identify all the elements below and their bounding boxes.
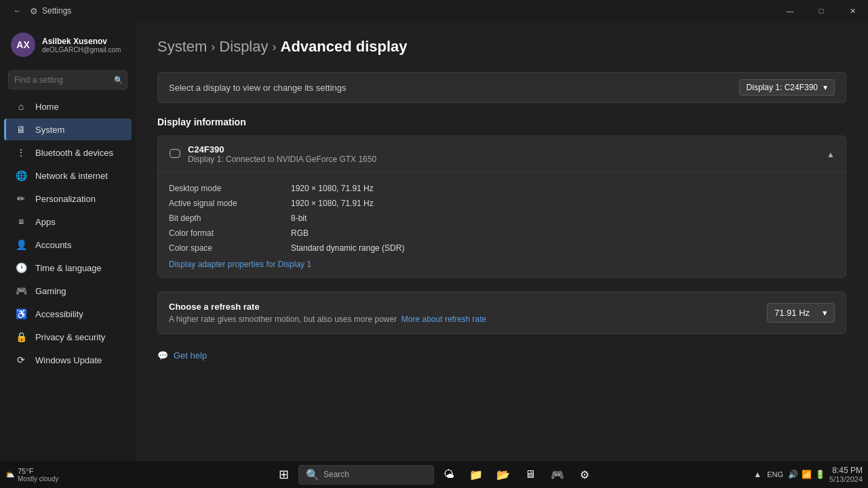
sidebar-item-privacy[interactable]: 🔒 Privacy & security <box>4 326 132 348</box>
taskbar-left: ⛅ 75°F Mostly cloudy <box>5 467 59 483</box>
sidebar-item-time-label: Time & language <box>35 263 102 273</box>
app-body: AX Asilbek Xusenov deOLGARCH@gmail.com 🔍… <box>0 22 868 488</box>
sidebar-item-system[interactable]: 🖥 System <box>4 119 132 140</box>
refresh-rate-dropdown[interactable]: 71.91 Hz ▾ <box>767 303 835 323</box>
tray-chevron[interactable]: ▲ <box>752 469 763 480</box>
sidebar-item-apps[interactable]: ≡ Apps <box>4 211 132 232</box>
clock[interactable]: 8:45 PM 5/13/2024 <box>829 466 863 483</box>
breadcrumb-separator-2: › <box>273 40 277 54</box>
refresh-rate-value: 71.91 Hz <box>774 308 810 318</box>
taskbar-explorer[interactable]: 📁 <box>464 462 488 487</box>
accessibility-icon: ♿ <box>15 308 27 320</box>
monitor-icon: 🖵 <box>169 147 181 161</box>
user-name: Asilbek Xusenov <box>42 37 121 46</box>
sidebar-item-bluetooth[interactable]: ⋮ Bluetooth & devices <box>4 142 132 163</box>
display-selector-bar: Select a display to view or change its s… <box>157 72 846 103</box>
taskbar-app3[interactable]: ⚙ <box>572 462 597 487</box>
sidebar-item-home[interactable]: ⌂ Home <box>4 96 132 117</box>
color-space-value: Standard dynamic range (SDR) <box>291 243 404 253</box>
color-space-label: Color space <box>169 243 291 253</box>
sidebar-item-windows-update-label: Windows Update <box>35 355 102 365</box>
user-profile: AX Asilbek Xusenov deOLGARCH@gmail.com <box>0 27 136 68</box>
taskbar-search-icon: 🔍 <box>306 468 319 481</box>
titlebar-title: Settings <box>42 6 71 16</box>
battery-icon[interactable]: 🔋 <box>814 469 825 480</box>
taskbar-app1[interactable]: 🖥 <box>518 462 542 487</box>
content-area: System › Display › Advanced display Sele… <box>136 22 868 488</box>
windows-update-icon: ⟳ <box>15 354 27 366</box>
signal-mode-value: 1920 × 1080, 71.91 Hz <box>291 199 374 208</box>
display-information-title: Display information <box>157 117 846 127</box>
refresh-rate-title: Choose a refresh rate <box>169 302 767 312</box>
sidebar-item-personalization[interactable]: ✏ Personalization <box>4 188 132 209</box>
info-card-header: 🖵 C24F390 Display 1: Connected to NVIDIA… <box>158 136 846 173</box>
sidebar-item-windows-update[interactable]: ⟳ Windows Update <box>4 349 132 371</box>
weather-widget[interactable]: ⛅ 75°F Mostly cloudy <box>5 467 59 483</box>
accounts-icon: 👤 <box>15 239 27 251</box>
network-tray-icon[interactable]: 📶 <box>801 469 812 480</box>
taskbar-right: ▲ ENG 🔊 📶 🔋 8:45 PM 5/13/2024 <box>752 466 863 483</box>
taskbar-widgets[interactable]: 🌤 <box>437 462 461 487</box>
window-controls: — □ ✕ <box>774 0 868 22</box>
time-icon: 🕐 <box>15 262 27 274</box>
bit-depth-value: 8-bit <box>291 214 307 223</box>
help-icon: 💬 <box>157 350 168 361</box>
sidebar-item-system-label: System <box>35 125 64 135</box>
refresh-rate-description: A higher rate gives smoother motion, but… <box>169 314 767 324</box>
taskbar-files[interactable]: 📂 <box>491 462 515 487</box>
sidebar-item-privacy-label: Privacy & security <box>35 332 105 342</box>
maximize-button[interactable]: □ <box>806 0 837 22</box>
close-button[interactable]: ✕ <box>837 0 868 22</box>
refresh-rate-link[interactable]: More about refresh rate <box>401 314 486 324</box>
taskbar-app2[interactable]: 🎮 <box>545 462 570 487</box>
sidebar-item-personalization-label: Personalization <box>35 194 96 204</box>
refresh-rate-dropdown-arrow: ▾ <box>823 308 827 318</box>
system-tray: ▲ ENG 🔊 📶 🔋 <box>752 469 825 480</box>
volume-icon[interactable]: 🔊 <box>787 469 798 480</box>
taskbar-search-label: Search <box>323 470 349 479</box>
sidebar-item-accounts-label: Accounts <box>35 240 71 250</box>
breadcrumb-display[interactable]: Display <box>219 38 268 56</box>
desktop-mode-label: Desktop mode <box>169 184 291 193</box>
personalization-icon: ✏ <box>15 192 27 205</box>
back-button[interactable]: ← <box>8 1 27 20</box>
start-icon: ⊞ <box>279 467 289 482</box>
gaming-icon: 🎮 <box>15 285 27 297</box>
adapter-properties-link[interactable]: Display adapter properties for Display 1 <box>169 256 835 272</box>
start-button[interactable]: ⊞ <box>271 462 296 487</box>
display-dropdown[interactable]: Display 1: C24F390 ▾ <box>739 79 835 96</box>
app3-icon: ⚙ <box>580 468 589 481</box>
minimize-button[interactable]: — <box>774 0 806 22</box>
info-row-color-format: Color format RGB <box>169 226 835 241</box>
signal-mode-label: Active signal mode <box>169 199 291 208</box>
taskbar-search[interactable]: 🔍 Search <box>298 465 434 485</box>
bluetooth-icon: ⋮ <box>15 146 27 159</box>
date-text: 5/13/2024 <box>829 475 863 483</box>
display-dropdown-arrow: ▾ <box>823 83 827 92</box>
sidebar-item-network[interactable]: 🌐 Network & internet <box>4 165 132 186</box>
explorer-icon: 📁 <box>469 468 483 481</box>
info-row-desktop-mode: Desktop mode 1920 × 1080, 71.91 Hz <box>169 181 835 196</box>
get-help-row[interactable]: 💬 Get help <box>157 348 846 363</box>
breadcrumb-separator-1: › <box>211 40 215 54</box>
sidebar-item-time[interactable]: 🕐 Time & language <box>4 257 132 279</box>
privacy-icon: 🔒 <box>15 331 27 343</box>
files-icon: 📂 <box>496 468 510 481</box>
sidebar-item-apps-label: Apps <box>35 217 56 227</box>
sidebar-item-accounts[interactable]: 👤 Accounts <box>4 234 132 256</box>
app2-icon: 🎮 <box>551 468 564 481</box>
search-icon[interactable]: 🔍 <box>114 76 123 85</box>
user-email: deOLGARCH@gmail.com <box>42 46 121 54</box>
breadcrumb: System › Display › Advanced display <box>157 38 846 56</box>
sidebar-item-accessibility[interactable]: ♿ Accessibility <box>4 303 132 325</box>
info-row-signal-mode: Active signal mode 1920 × 1080, 71.91 Hz <box>169 196 835 211</box>
breadcrumb-system[interactable]: System <box>157 38 207 56</box>
home-icon: ⌂ <box>15 100 27 113</box>
avatar: AX <box>11 33 35 57</box>
display-info-grid: Desktop mode 1920 × 1080, 71.91 Hz Activ… <box>158 173 846 277</box>
collapse-icon[interactable]: ▲ <box>827 150 835 159</box>
lang-indicator[interactable]: ENG <box>766 469 785 480</box>
system-icon: 🖥 <box>15 123 27 136</box>
sidebar-item-gaming[interactable]: 🎮 Gaming <box>4 280 132 302</box>
search-input[interactable] <box>8 70 127 89</box>
